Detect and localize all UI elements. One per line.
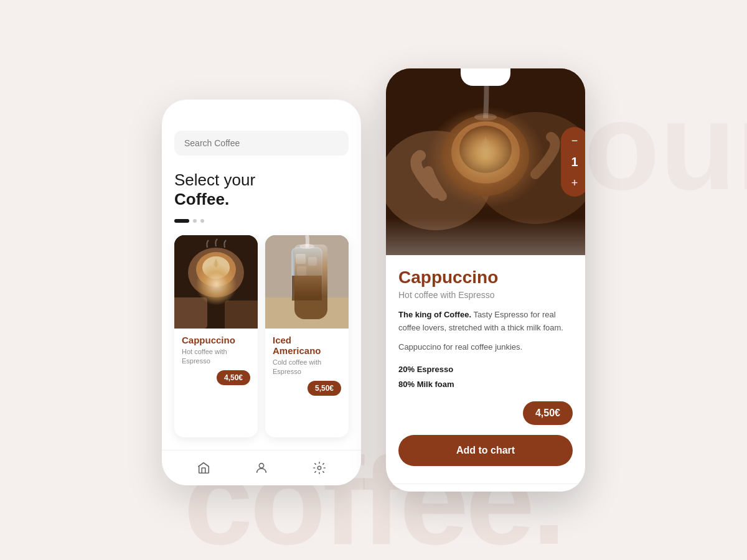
cappuccino-card-body: Cappuccino Hot coffee with Espresso 4,50…: [174, 329, 258, 378]
detail-coffee-name: Cappuccino: [398, 268, 573, 287]
dot-active: [174, 219, 189, 223]
ingredient-milk: 80% Milk foam: [398, 377, 573, 391]
detail-content: Cappuccino Hot coffee with Espresso The …: [386, 255, 585, 483]
description-bold: The king of Coffee.: [398, 310, 471, 319]
detail-description: The king of Coffee. Tasty Espresso for r…: [398, 309, 573, 335]
svg-rect-12: [292, 276, 322, 301]
left-bottom-nav: [162, 450, 361, 485]
stepper-value: 1: [563, 152, 585, 172]
iced-price: 5,50€: [308, 381, 341, 396]
nav-settings-left[interactable]: [312, 460, 327, 475]
coffee-card-iced[interactable]: Iced Americano Cold coffee with Espresso…: [265, 235, 349, 437]
heading-line1: Select your: [174, 170, 349, 190]
dot-1: [193, 219, 197, 223]
svg-point-14: [259, 464, 263, 468]
detail-price: 4,50€: [523, 401, 573, 425]
cappuccino-desc: Hot coffee with Espresso: [182, 347, 250, 365]
phone-notch-right: [461, 68, 510, 86]
iced-desc: Cold coffee with Espresso: [273, 358, 341, 376]
svg-rect-7: [265, 297, 349, 329]
svg-point-15: [318, 466, 322, 470]
select-heading: Select your Coffee.: [174, 170, 349, 209]
price-row: 4,50€: [398, 401, 573, 425]
iced-name: Iced Americano: [273, 335, 341, 356]
phones-container: Select your Coffee.: [162, 68, 585, 492]
iced-card-body: Iced Americano Cold coffee with Espresso…: [265, 329, 349, 388]
svg-point-21: [451, 121, 520, 184]
stepper-minus[interactable]: −: [563, 132, 585, 149]
svg-point-13: [299, 244, 314, 249]
stepper-plus[interactable]: +: [563, 174, 585, 192]
cappuccino-image: [174, 235, 258, 329]
search-input[interactable]: [174, 131, 349, 156]
phone-left: Select your Coffee.: [162, 100, 361, 485]
detail-ingredients: 20% Espresso 80% Milk foam: [398, 362, 573, 391]
svg-point-22: [459, 126, 512, 173]
cappuccino-price: 4,50€: [217, 370, 250, 385]
svg-rect-9: [296, 254, 306, 264]
pagination-dots: [174, 219, 349, 223]
svg-rect-8: [292, 248, 322, 301]
ingredient-espresso: 20% Espresso: [398, 362, 573, 376]
dot-2: [200, 219, 204, 223]
svg-point-23: [474, 113, 497, 121]
svg-rect-5: [225, 301, 258, 329]
iced-image: [265, 235, 349, 329]
right-bottom-nav: [386, 483, 585, 492]
detail-extra: Cappuccino for real coffee junkies.: [398, 341, 573, 354]
detail-hero-image: − 1 +: [386, 68, 585, 255]
svg-rect-4: [174, 297, 207, 329]
svg-rect-10: [308, 257, 317, 266]
add-to-chart-button[interactable]: Add to chart: [398, 435, 573, 466]
phone-notch-left: [237, 100, 286, 117]
quantity-stepper: − 1 +: [561, 127, 585, 197]
phone-right: − 1 + Cappuccino Hot coffee with Espress…: [386, 68, 585, 492]
detail-coffee-subtitle: Hot coffee with Espresso: [398, 290, 573, 300]
cappuccino-name: Cappuccino: [182, 335, 250, 345]
svg-rect-11: [297, 266, 306, 276]
heading-line2: Coffee.: [174, 190, 349, 209]
nav-user-left[interactable]: [254, 460, 269, 475]
coffee-cards-grid: Cappuccino Hot coffee with Espresso 4,50…: [174, 235, 349, 437]
nav-home-left[interactable]: [196, 460, 211, 475]
coffee-card-cappuccino[interactable]: Cappuccino Hot coffee with Espresso 4,50…: [174, 235, 258, 437]
svg-point-20: [442, 115, 529, 196]
